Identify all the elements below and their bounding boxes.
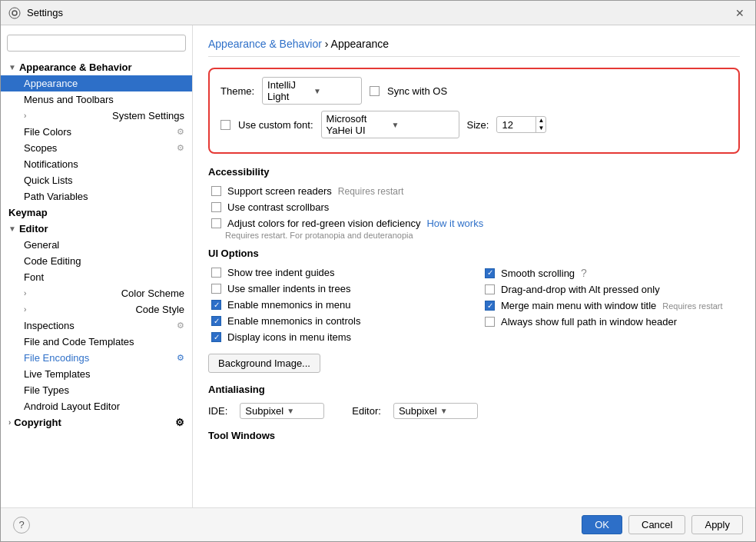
sidebar-section-label: Keymap	[8, 207, 48, 218]
sidebar-item-system-settings[interactable]: › System Settings	[1, 108, 192, 124]
editor-aa-value: Subpixel	[399, 405, 437, 417]
sidebar-item-file-code-templates[interactable]: File and Code Templates	[1, 334, 192, 350]
custom-font-checkbox[interactable]	[220, 120, 230, 130]
sidebar-item-file-encodings[interactable]: File Encodings ⚙	[1, 350, 192, 366]
color-deficiency-label: Adjust colors for red-green vision defic…	[227, 218, 420, 229]
size-spinner[interactable]: ▲ ▼	[536, 117, 545, 131]
sidebar-item-live-templates[interactable]: Live Templates	[1, 366, 192, 382]
editor-aa-dropdown[interactable]: Subpixel ▼	[393, 403, 478, 419]
sync-os-checkbox[interactable]	[370, 86, 380, 96]
color-deficiency-note: Requires restart. For protanopia and deu…	[208, 231, 740, 240]
sidebar-item-menus-toolbars[interactable]: Menus and Toolbars	[1, 91, 192, 108]
mnemonics-menu-checkbox[interactable]	[211, 300, 221, 310]
sidebar-item-general[interactable]: General	[1, 237, 192, 253]
ide-aa-dropdown[interactable]: Subpixel ▼	[240, 403, 324, 419]
dropdown-arrow-icon: ▼	[313, 87, 356, 95]
smooth-scrolling-label: Smooth scrolling	[501, 268, 575, 279]
sidebar-item-color-scheme[interactable]: › Color Scheme	[1, 285, 192, 301]
theme-label: Theme:	[220, 85, 254, 97]
sidebar-section-editor[interactable]: ▼ Editor	[1, 221, 192, 237]
sidebar-item-font[interactable]: Font	[1, 269, 192, 285]
search-input[interactable]	[7, 35, 186, 52]
sidebar-item-label: File Colors	[24, 126, 71, 138]
settings-window: Settings ✕ ▼ Appearance & Behavior Appea…	[0, 0, 756, 542]
sidebar-section-keymap[interactable]: Keymap	[1, 204, 192, 221]
cancel-button[interactable]: Cancel	[628, 515, 685, 534]
sidebar-item-scopes[interactable]: Scopes ⚙	[1, 140, 192, 156]
option-full-path: Always show full path in window header	[482, 316, 740, 328]
sidebar-item-label: Font	[24, 271, 44, 283]
merge-menu-checkbox[interactable]	[485, 301, 495, 311]
drag-drop-checkbox[interactable]	[485, 284, 495, 294]
how-it-works-link[interactable]: How it works	[426, 218, 483, 229]
sidebar-item-android-layout-editor[interactable]: Android Layout Editor	[1, 398, 192, 414]
sidebar-section-copyright[interactable]: › Copyright ⚙	[1, 414, 192, 431]
color-deficiency-checkbox[interactable]	[211, 218, 221, 228]
gear-icon: ⚙	[177, 353, 184, 363]
title-bar-left: Settings	[8, 7, 63, 19]
sidebar-item-appearance[interactable]: Appearance	[1, 75, 192, 91]
sidebar-item-label: Inspections	[24, 320, 75, 331]
sidebar-item-label: Appearance	[24, 78, 78, 89]
chevron-right-icon: ›	[24, 289, 26, 298]
main-content: ▼ Appearance & Behavior Appearance Menus…	[1, 25, 755, 507]
sidebar-item-label: File Types	[24, 384, 69, 396]
sidebar-item-inspections[interactable]: Inspections ⚙	[1, 318, 192, 334]
apply-button[interactable]: Apply	[691, 515, 743, 534]
tool-windows-title: Tool Windows	[208, 430, 740, 441]
sidebar-section-label: Copyright	[14, 417, 61, 428]
mnemonics-controls-checkbox[interactable]	[211, 316, 221, 326]
size-input-group: ▲ ▼	[496, 116, 546, 132]
size-input[interactable]	[497, 118, 536, 132]
tree-indent-checkbox[interactable]	[211, 268, 221, 278]
sidebar-item-path-variables[interactable]: Path Variables	[1, 188, 192, 204]
sidebar-item-label: Code Style	[135, 304, 184, 315]
breadcrumb-separator: ›	[325, 38, 329, 50]
smooth-scrolling-checkbox[interactable]	[485, 268, 495, 278]
font-dropdown[interactable]: Microsoft YaHei UI ▼	[321, 111, 459, 138]
accessibility-title: Accessibility	[208, 166, 740, 178]
help-button[interactable]: ?	[13, 517, 30, 534]
background-image-button[interactable]: Background Image...	[208, 354, 320, 373]
display-icons-checkbox[interactable]	[211, 332, 221, 342]
editor-label: Editor:	[352, 405, 381, 417]
chevron-right-icon: ›	[24, 111, 26, 120]
spinner-down-icon[interactable]: ▼	[538, 125, 544, 132]
title-bar: Settings ✕	[1, 1, 755, 25]
sidebar-item-label: Code Editing	[24, 255, 81, 267]
close-button[interactable]: ✕	[732, 5, 748, 21]
sidebar-item-label: System Settings	[112, 110, 184, 121]
option-color-deficiency: Adjust colors for red-green vision defic…	[208, 218, 740, 229]
help-icon[interactable]: ?	[581, 267, 587, 279]
spinner-up-icon[interactable]: ▲	[538, 117, 544, 125]
sidebar-item-label: Scopes	[24, 142, 57, 154]
sidebar-item-file-types[interactable]: File Types	[1, 382, 192, 398]
sidebar-item-label: File and Code Templates	[24, 336, 134, 347]
drag-drop-label: Drag-and-drop with Alt pressed only	[501, 284, 660, 295]
theme-dropdown[interactable]: IntelliJ Light ▼	[262, 77, 362, 105]
sidebar-item-notifications[interactable]: Notifications	[1, 156, 192, 172]
option-contrast-scrollbars: Use contrast scrollbars	[208, 201, 740, 213]
sidebar-item-file-colors[interactable]: File Colors ⚙	[1, 124, 192, 140]
chevron-down-icon: ▼	[8, 63, 16, 71]
breadcrumb-parent[interactable]: Appearance & Behavior	[208, 38, 322, 50]
tree-indent-label: Show tree indent guides	[227, 267, 334, 278]
sidebar-item-code-editing[interactable]: Code Editing	[1, 253, 192, 269]
contrast-scrollbars-checkbox[interactable]	[211, 202, 221, 212]
contrast-scrollbars-label: Use contrast scrollbars	[227, 201, 329, 213]
sidebar-item-code-style[interactable]: › Code Style	[1, 301, 192, 318]
breadcrumb: Appearance & Behavior › Appearance	[208, 38, 740, 57]
smaller-indents-checkbox[interactable]	[211, 284, 221, 294]
screen-readers-checkbox[interactable]	[211, 186, 221, 196]
search-box	[1, 30, 192, 56]
dropdown-arrow-icon: ▼	[392, 121, 454, 129]
ok-button[interactable]: OK	[582, 515, 622, 534]
sidebar-section-label: Appearance & Behavior	[19, 62, 132, 73]
sidebar-item-label: Live Templates	[24, 368, 90, 380]
option-screen-readers: Support screen readers Requires restart	[208, 185, 740, 197]
ide-aa-value: Subpixel	[245, 405, 284, 417]
full-path-checkbox[interactable]	[485, 317, 495, 327]
sidebar-item-label: File Encodings	[24, 352, 89, 364]
sidebar-item-quick-lists[interactable]: Quick Lists	[1, 172, 192, 188]
sidebar-section-appearance-behavior[interactable]: ▼ Appearance & Behavior	[1, 59, 192, 75]
